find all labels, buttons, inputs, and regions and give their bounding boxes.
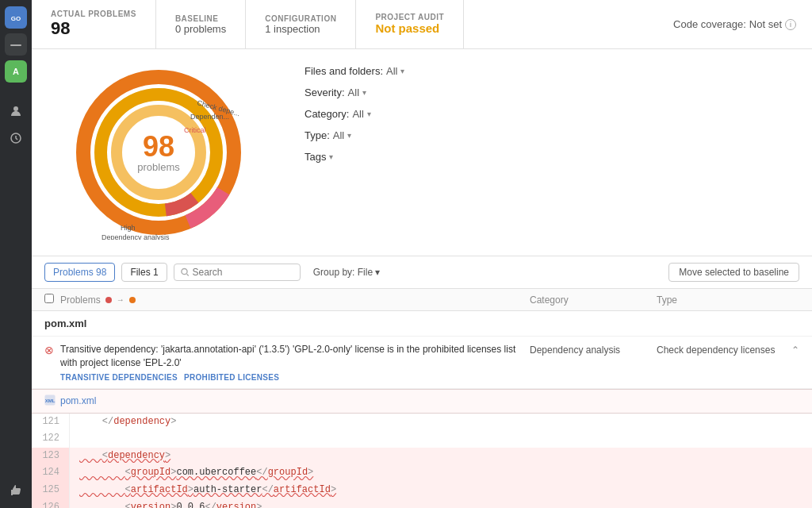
main-content: ACTUAL PROBLEMS 98 BASELINE 0 problems C… (32, 0, 812, 508)
prohibited-licenses-tag[interactable]: PROHIBITED LICENSES (184, 373, 279, 382)
donut-center: 98 problems (137, 133, 179, 173)
problem-category: Dependency analysis (530, 343, 657, 356)
code-file-header: XML pom.xml (32, 390, 812, 414)
project-audit-value: Not passed (375, 21, 444, 36)
actual-problems-value: 98 (51, 18, 136, 39)
donut-label: problems (137, 161, 179, 173)
person-icon[interactable] (5, 100, 27, 122)
content-area: Check depe... Dependen... Critical High … (32, 49, 812, 508)
problem-row: ⊗ Transitive dependency: 'jakarta.annota… (32, 337, 812, 389)
filter-severity[interactable]: Severity: All ▾ (304, 87, 793, 98)
actual-problems-stat: ACTUAL PROBLEMS 98 (32, 0, 156, 48)
svg-text:GO: GO (11, 15, 21, 22)
tab-files[interactable]: Files 1 (121, 263, 167, 282)
problem-content: Transitive dependency: 'jakarta.annotati… (60, 343, 530, 382)
xml-file-icon: XML (44, 394, 56, 408)
svg-text:Dependency analysis: Dependency analysis (102, 233, 170, 240)
project-audit-label: PROJECT AUDIT (375, 13, 444, 21)
filter-files-label: Files and folders: (304, 65, 383, 77)
clock-icon[interactable] (5, 127, 27, 149)
svg-text:High: High (121, 224, 136, 232)
problem-tags: TRANSITIVE DEPENDENCIES PROHIBITED LICEN… (60, 373, 530, 382)
code-line-125: 125 <artifactId>auth-starter</artifactId… (32, 482, 812, 499)
table-header: Problems → Category Type (32, 289, 812, 311)
file-group-pom-xml: pom.xml (32, 311, 812, 337)
collapse-icon[interactable]: ⌃ (791, 344, 799, 356)
code-line-124: 124 <groupId>com.ubercoffee</groupId> (32, 464, 812, 482)
search-icon (181, 267, 190, 277)
filter-category-value: All (352, 108, 363, 120)
filter-tags[interactable]: Tags ▾ (304, 151, 793, 163)
code-line-123: 123 <dependency> (32, 448, 812, 465)
chevron-down-icon-4: ▾ (347, 131, 351, 140)
search-box (174, 264, 301, 281)
select-all-checkbox[interactable] (44, 294, 60, 306)
chevron-down-icon-3: ▾ (367, 110, 371, 118)
tab-problems[interactable]: Problems 98 (44, 263, 115, 282)
configuration-label: CONFIGURATION (265, 14, 336, 23)
thumbs-up-icon[interactable] (5, 479, 27, 502)
filter-type-label: Type: (304, 129, 330, 141)
stats-bar: ACTUAL PROBLEMS 98 BASELINE 0 problems C… (32, 0, 812, 49)
move-to-baseline-button[interactable]: Move selected to baseline (668, 263, 799, 282)
donut-chart: Check depe... Dependen... Critical High … (71, 65, 246, 240)
red-dot-icon (105, 297, 112, 303)
search-input[interactable] (192, 267, 293, 278)
svg-line-19 (186, 274, 188, 275)
transitive-dependencies-tag[interactable]: TRANSITIVE DEPENDENCIES (60, 373, 178, 382)
problem-description: Transitive dependency: 'jakarta.annotati… (60, 343, 530, 370)
actual-problems-label: ACTUAL PROBLEMS (51, 10, 136, 18)
type-column-header: Type (657, 294, 799, 306)
baseline-label: BASELINE (175, 14, 226, 23)
chevron-down-icon-6: ▾ (375, 267, 380, 278)
go-icon[interactable]: GO (5, 6, 27, 29)
baseline-stat: BASELINE 0 problems (156, 0, 246, 48)
code-line-126: 126 <version>0.0.6</version> (32, 499, 812, 508)
chevron-down-icon-2: ▾ (362, 88, 366, 97)
project-audit-stat: PROJECT AUDIT Not passed (356, 0, 464, 48)
code-line-122: 122 (32, 430, 812, 448)
filter-type[interactable]: Type: All ▾ (304, 129, 793, 141)
filter-severity-value: All (348, 87, 359, 98)
code-coverage-value: Not set (749, 18, 782, 30)
code-line-121: 121 </dependency> (32, 414, 812, 431)
svg-text:Critical: Critical (184, 126, 206, 134)
category-column-header: Category (530, 294, 657, 306)
header-checkbox[interactable] (44, 294, 54, 303)
code-panel: XML pom.xml 121 </dependency> 122 (32, 389, 812, 508)
problem-type: Check dependency licenses ⌃ (657, 343, 799, 356)
row-checkbox[interactable]: ⊗ (44, 343, 60, 356)
sidebar: GO A (0, 0, 32, 508)
code-coverage: Code coverage: Not set i (657, 0, 812, 48)
svg-point-18 (182, 269, 187, 275)
filter-files-value: All (386, 65, 397, 77)
chart-panel: Check depe... Dependen... Critical High … (32, 49, 285, 256)
group-by-selector[interactable]: Group by: File ▾ (313, 267, 381, 278)
filter-type-value: All (333, 129, 344, 141)
info-icon[interactable]: i (785, 19, 796, 30)
code-coverage-label: Code coverage: (673, 18, 746, 30)
chevron-down-icon-5: ▾ (329, 152, 333, 161)
filter-files[interactable]: Files and folders: All ▾ (304, 65, 793, 77)
configuration-stat: CONFIGURATION 1 inspection (246, 0, 356, 48)
user-avatar-icon[interactable]: A (5, 60, 27, 83)
toolbar: Problems 98 Files 1 Group by: File ▾ Mov… (32, 256, 812, 289)
svg-point-3 (13, 106, 18, 111)
baseline-value: 0 problems (175, 23, 226, 35)
filter-severity-label: Severity: (304, 87, 345, 98)
orange-dot-icon (129, 297, 136, 303)
filter-category-label: Category: (304, 108, 349, 120)
problems-column-header: Problems → (60, 294, 530, 306)
filter-category[interactable]: Category: All ▾ (304, 108, 793, 120)
problems-area: Problems 98 Files 1 Group by: File ▾ Mov… (32, 256, 812, 508)
donut-number: 98 (137, 133, 179, 161)
filter-tags-label: Tags (304, 151, 326, 163)
code-content: 121 </dependency> 122 123 <dependency> (32, 414, 812, 508)
svg-text:Dependen...: Dependen... (190, 113, 229, 121)
configuration-value: 1 inspection (265, 23, 336, 35)
svg-rect-2 (10, 44, 21, 46)
error-icon: ⊗ (44, 344, 54, 356)
svg-text:XML: XML (45, 398, 56, 403)
code-file-name: pom.xml (60, 395, 96, 406)
dash-icon[interactable] (5, 33, 27, 56)
